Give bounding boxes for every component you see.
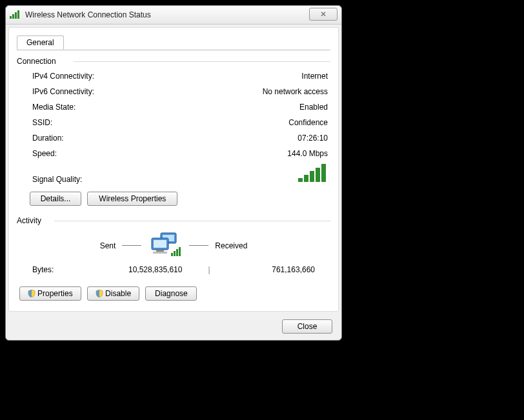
side-line: o (357, 117, 365, 136)
properties-button[interactable]: Properties (19, 286, 81, 301)
ssid-value: Confidence (288, 116, 328, 129)
window-title: Wireless Network Connection Status (25, 10, 151, 19)
svg-rect-1 (12, 14, 14, 19)
signal-label: Signal Quality: (32, 175, 82, 184)
activity-visual: Sent (17, 228, 330, 262)
ipv4-value: Internet (301, 70, 328, 83)
row-bytes: Bytes: 10,528,835,610 | 761,163,660 (17, 262, 330, 277)
shield-icon (96, 290, 103, 297)
close-window-label: Close (297, 322, 317, 331)
row-media-state: Media State: Enabled (17, 99, 330, 115)
svg-rect-17 (176, 249, 178, 256)
svg-rect-18 (179, 247, 181, 256)
side-line: st (357, 363, 368, 381)
diagnose-button-label: Diagnose (155, 289, 188, 298)
diagnose-button[interactable]: Diagnose (145, 286, 197, 301)
signal-bars-icon (298, 164, 328, 184)
media-value: Enabled (299, 101, 328, 114)
window-footer: Close (6, 314, 341, 340)
svg-rect-14 (153, 252, 167, 254)
received-label: Received (215, 241, 247, 250)
svg-rect-7 (316, 168, 320, 182)
row-duration: Duration: 07:26:10 (17, 130, 330, 146)
row-ipv4: IPv4 Connectivity: Internet (17, 68, 330, 84)
shield-icon (28, 290, 35, 297)
svg-rect-6 (310, 171, 314, 182)
row-speed: Speed: 144.0 Mbps (17, 146, 330, 161)
close-window-button[interactable]: Close (282, 319, 332, 334)
properties-button-label: Properties (37, 289, 73, 298)
row-signal-quality: Signal Quality: (17, 161, 330, 189)
tab-general-label: General (26, 38, 54, 47)
svg-rect-3 (17, 10, 19, 19)
bytes-sent-value: 10,528,835,610 (77, 263, 208, 276)
ssid-label: SSID: (32, 116, 52, 129)
svg-rect-0 (10, 16, 12, 19)
svg-rect-5 (304, 175, 308, 182)
disable-button[interactable]: Disable (87, 286, 139, 301)
sent-dash (122, 245, 141, 246)
ipv6-label: IPv6 Connectivity: (32, 85, 94, 98)
close-icon: ✕ (320, 10, 327, 19)
tab-general[interactable]: General (17, 35, 64, 50)
svg-rect-12 (154, 240, 166, 248)
status-window: Wireless Network Connection Status ✕ Gen… (5, 5, 342, 341)
row-ipv6: IPv6 Connectivity: No network access (17, 84, 330, 99)
details-button[interactable]: Details... (30, 192, 81, 206)
svg-rect-2 (15, 12, 17, 19)
ipv4-label: IPv4 Connectivity: (32, 70, 94, 83)
close-button[interactable]: ✕ (309, 8, 338, 21)
wifi-signal-icon (10, 10, 21, 21)
wireless-properties-label: Wireless Properties (99, 194, 166, 203)
window-body: General Connection IPv4 Connectivity: In… (8, 27, 339, 312)
obscured-side-text: o th co 80 stan st (348, 90, 384, 385)
duration-value: 07:26:10 (297, 132, 328, 145)
side-line: co (357, 215, 373, 234)
connection-button-row: Details... Wireless Properties (17, 189, 330, 212)
received-dash (189, 245, 208, 246)
media-label: Media State: (32, 101, 76, 114)
tab-strip: General (17, 33, 330, 50)
row-ssid: SSID: Confidence (17, 115, 330, 130)
side-line: stan (357, 314, 384, 332)
disable-button-label: Disable (105, 289, 131, 298)
wireless-properties-button[interactable]: Wireless Properties (87, 192, 177, 206)
bytes-label: Bytes: (32, 263, 77, 276)
svg-rect-16 (174, 251, 176, 256)
side-line: 80 (357, 265, 374, 283)
titlebar[interactable]: Wireless Network Connection Status ✕ (6, 6, 341, 25)
sent-label: Sent (100, 241, 116, 250)
bytes-received-value: 761,163,660 (210, 263, 328, 276)
details-button-label: Details... (41, 194, 71, 203)
speed-value: 144.0 Mbps (287, 147, 328, 160)
side-line: th (357, 166, 370, 185)
svg-rect-4 (298, 178, 303, 182)
network-computers-icon (148, 232, 183, 259)
speed-label: Speed: (32, 147, 57, 160)
svg-rect-15 (171, 253, 173, 256)
svg-rect-8 (321, 164, 326, 182)
action-button-row: Properties Disable Diagnose (17, 277, 330, 303)
ipv6-value: No network access (263, 85, 328, 98)
svg-rect-13 (156, 250, 164, 252)
duration-label: Duration: (32, 132, 64, 145)
group-activity-label: Activity (17, 216, 330, 225)
group-connection-label: Connection (17, 57, 330, 66)
